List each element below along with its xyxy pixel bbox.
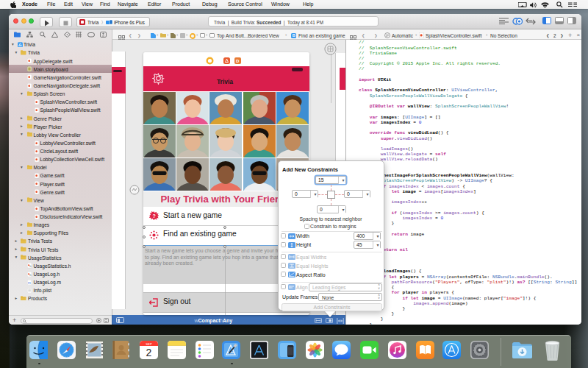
svg-text:2: 2: [146, 347, 152, 358]
svg-text:SEP: SEP: [146, 342, 152, 346]
svg-text:m: m: [27, 280, 30, 284]
svg-text:?: ?: [153, 213, 156, 219]
